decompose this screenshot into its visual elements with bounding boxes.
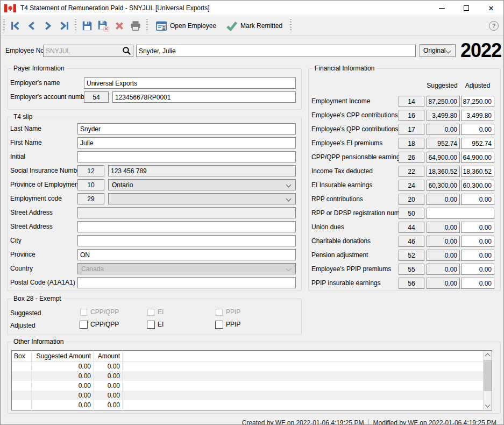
province-of-employment-label: Province of Employment — [10, 179, 80, 190]
street-address2-field[interactable] — [77, 221, 296, 232]
financial-adjusted-field[interactable]: 0.00 — [461, 236, 494, 247]
toolbar-gripper — [290, 19, 292, 32]
other-amount-cell: 0.00 — [93, 381, 120, 391]
open-employee-label: Open Employee — [170, 22, 216, 30]
city-label: City — [10, 235, 22, 246]
sin-box-number: 12 — [77, 165, 104, 176]
financial-adjusted-field[interactable]: 0.00 — [461, 264, 494, 275]
slip-type-dropdown[interactable]: Original — [420, 44, 456, 57]
adjusted-ppip-checkbox[interactable] — [215, 321, 223, 329]
minimize-button[interactable] — [429, 1, 454, 16]
modified-status: Modified by WF on 2022-01-06 4:19:25 PM — [369, 419, 501, 425]
last-name-field[interactable]: Snyder — [77, 123, 296, 134]
scroll-down-icon[interactable] — [485, 402, 491, 408]
province-of-employment-dropdown[interactable]: Ontario — [108, 179, 296, 190]
created-status: Created by WF on 2022-01-06 4:19:25 PM — [238, 419, 369, 425]
financial-box-number: 17 — [399, 124, 424, 135]
toolbar-gripper — [3, 19, 5, 32]
financial-row-label: Employee's CPP contributions — [311, 110, 398, 121]
postal-code-label: Postal Code (A1A1A1) — [10, 277, 75, 288]
other-box-cell — [14, 371, 30, 381]
adjusted-cpp-qpp-checkbox[interactable] — [80, 321, 88, 329]
financial-row-label: Employee's PPIP premiums — [311, 264, 391, 275]
other-amount-cell: 0.00 — [93, 362, 120, 371]
scrollbar-thumb[interactable] — [484, 360, 492, 391]
first-record-button[interactable] — [8, 18, 24, 33]
financial-adjusted-field[interactable]: 87,250.00 — [461, 96, 494, 107]
financial-box-number: 56 — [399, 278, 424, 289]
table-scrollbar[interactable] — [483, 351, 492, 410]
chevron-down-icon — [286, 266, 292, 272]
province-of-employment-box-number: 10 — [77, 179, 104, 190]
search-icon[interactable] — [122, 46, 131, 55]
delete-icon — [113, 20, 125, 32]
employer-account-field[interactable]: 123456678RP0001 — [112, 91, 296, 103]
other-amount-cell: 0.00 — [93, 371, 120, 381]
financial-adjusted-field[interactable]: 952.74 — [461, 138, 494, 149]
box28-exempt-group — [7, 299, 302, 335]
street-address1-field — [77, 207, 296, 218]
title-bar: T4 Statement of Remuneration Paid - SNYJ… — [1, 1, 503, 16]
street-address1-label: Street Address — [10, 207, 53, 218]
financial-adjusted-field[interactable]: 0.00 — [461, 222, 494, 233]
financial-adjusted-field[interactable]: 18,360.52 — [461, 166, 494, 177]
print-button[interactable] — [127, 18, 144, 33]
employee-name-field[interactable]: Snyder, Julie — [136, 45, 416, 57]
other-col-suggested-header: Suggested Amount — [31, 351, 91, 361]
financial-adjusted-field[interactable]: 64,900.00 — [461, 152, 494, 163]
previous-record-button[interactable] — [24, 18, 40, 33]
other-col-box-header: Box — [14, 351, 30, 361]
first-name-field[interactable]: Julie — [77, 137, 296, 148]
city-field[interactable] — [77, 235, 296, 246]
other-suggested-cell: 0.00 — [31, 400, 91, 410]
save-icon — [81, 20, 93, 32]
scroll-up-icon[interactable] — [485, 353, 491, 359]
table-header-divider — [12, 362, 492, 362]
mark-remitted-button[interactable]: Mark Remitted — [221, 18, 287, 33]
save-close-button[interactable] — [95, 18, 111, 33]
financial-suggested-field: 64,900.00 — [427, 152, 460, 163]
mark-remitted-check-icon — [226, 20, 238, 32]
employment-code-dropdown[interactable] — [108, 193, 296, 204]
save-button[interactable] — [79, 18, 95, 33]
maximize-button[interactable] — [454, 1, 479, 16]
last-record-button[interactable] — [56, 18, 72, 33]
financial-box-number: 26 — [399, 152, 424, 163]
other-suggested-cell: 0.00 — [31, 391, 91, 400]
financial-box-number: 18 — [399, 138, 424, 149]
close-button[interactable]: ✕ — [479, 1, 503, 16]
financial-adjusted-field[interactable]: 3,499.80 — [461, 110, 494, 121]
adjusted-ei-checkbox[interactable] — [147, 321, 155, 329]
delete-button[interactable] — [111, 18, 127, 33]
employee-no-input[interactable]: SNYJUL — [43, 45, 133, 57]
financial-box-number: 44 — [399, 222, 424, 233]
financial-adjusted-field[interactable]: 0.00 — [461, 194, 494, 205]
window-title: T4 Statement of Remuneration Paid - SNYJ… — [20, 4, 210, 12]
employment-code-box-number: 29 — [77, 193, 104, 204]
other-information-title: Other Information — [11, 338, 66, 345]
financial-box-number: 14 — [399, 96, 424, 107]
postal-code-field[interactable] — [77, 277, 296, 288]
other-box-cell — [14, 381, 30, 391]
financial-adjusted-field[interactable]: 0.00 — [461, 124, 494, 135]
financial-adjusted-field[interactable]: 0.00 — [461, 250, 494, 261]
open-employee-button[interactable]: Open Employee — [151, 18, 221, 33]
province-field[interactable]: ON — [77, 249, 296, 260]
mark-remitted-label: Mark Remitted — [240, 22, 282, 30]
rpp-dpsp-registration-field[interactable] — [427, 208, 494, 219]
financial-adjusted-field[interactable]: 60,300.00 — [461, 180, 494, 191]
initial-field[interactable] — [77, 151, 296, 162]
help-icon: ? — [492, 23, 496, 29]
sin-label: Social Insurance Number — [10, 165, 83, 176]
open-employee-icon — [155, 20, 167, 32]
employer-name-field[interactable]: Universal Exports — [84, 77, 296, 89]
chevron-down-icon — [286, 182, 292, 188]
financial-adjusted-field[interactable]: 0.00 — [461, 278, 494, 289]
financial-row-label: EI Insurable earnings — [311, 180, 372, 191]
help-button[interactable]: ? — [489, 21, 499, 31]
app-window: T4 Statement of Remuneration Paid - SNYJ… — [0, 0, 504, 425]
financial-suggested-field: 18,360.52 — [427, 166, 460, 177]
next-record-button[interactable] — [40, 18, 56, 33]
tax-year: 2022 — [455, 39, 501, 62]
save-close-icon — [97, 20, 109, 32]
